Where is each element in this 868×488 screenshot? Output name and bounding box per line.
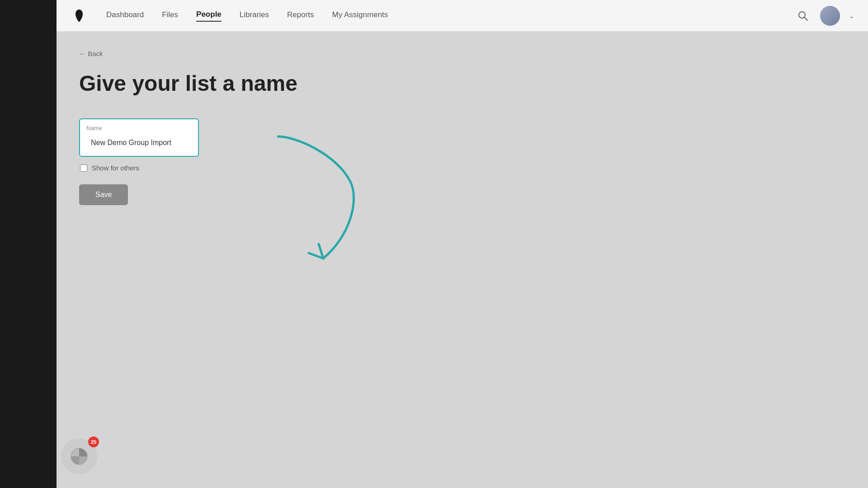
avatar[interactable]: [820, 6, 840, 26]
name-input[interactable]: [86, 135, 192, 150]
navbar: Dashboard Files People Libraries Reports…: [57, 0, 868, 32]
form-container: Name Show for others Save: [79, 118, 845, 205]
nav-libraries[interactable]: Libraries: [240, 10, 269, 21]
left-sidebar-strip: [0, 0, 57, 488]
app-logo[interactable]: [70, 7, 88, 25]
show-others-row: Show for others: [80, 164, 845, 172]
nav-people[interactable]: People: [196, 10, 222, 22]
widget-icon: [69, 446, 89, 466]
name-field-box: Name: [79, 118, 199, 157]
nav-files[interactable]: Files: [162, 10, 178, 21]
widget-badge: 25: [88, 436, 99, 447]
svg-line-1: [805, 17, 808, 20]
bottom-widget[interactable]: 25: [61, 438, 97, 474]
user-menu-chevron[interactable]: ⌄: [849, 12, 854, 19]
nav-links: Dashboard Files People Libraries Reports…: [106, 10, 795, 22]
page-title: Give your list a name: [79, 71, 845, 96]
page-content: ← Back Give your list a name Name Show f…: [57, 32, 868, 488]
arrow-annotation: [197, 109, 377, 290]
nav-dashboard[interactable]: Dashboard: [106, 10, 144, 21]
search-button[interactable]: [795, 8, 811, 24]
navbar-right: ⌄: [795, 6, 854, 26]
widget-circle[interactable]: 25: [61, 438, 97, 474]
back-link[interactable]: ← Back: [79, 50, 103, 57]
main-area: Dashboard Files People Libraries Reports…: [57, 0, 868, 488]
name-label: Name: [86, 125, 192, 131]
nav-reports[interactable]: Reports: [287, 10, 314, 21]
show-others-checkbox[interactable]: [80, 164, 87, 172]
avatar-image: [820, 6, 840, 26]
save-button[interactable]: Save: [79, 184, 128, 205]
show-others-label: Show for others: [92, 164, 139, 172]
nav-my-assignments[interactable]: My Assignments: [332, 10, 388, 21]
